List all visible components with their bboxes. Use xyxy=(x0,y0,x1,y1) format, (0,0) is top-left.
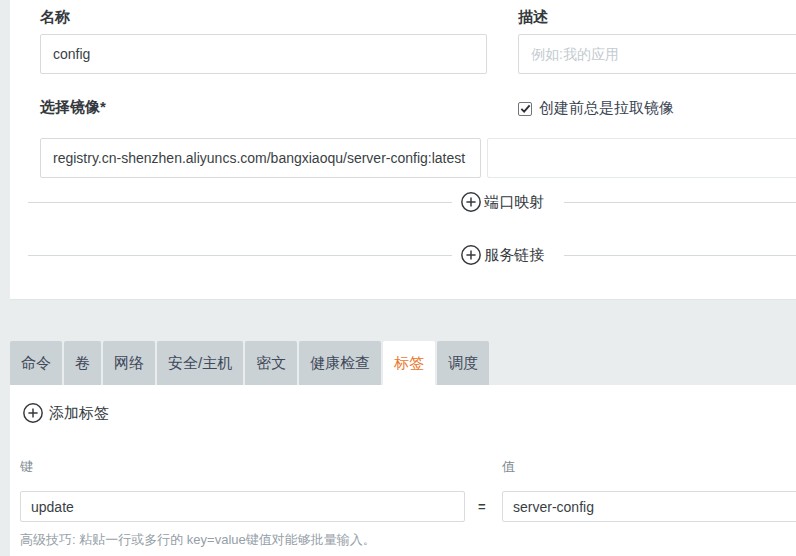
tab-secrets[interactable]: 密文 xyxy=(245,341,297,385)
name-input[interactable] xyxy=(40,34,487,74)
pull-image-checkbox-row: 创建前总是拉取镜像 xyxy=(518,99,674,118)
add-label-button-label: 添加标签 xyxy=(49,404,109,423)
tab-volumes[interactable]: 卷 xyxy=(64,341,101,385)
divider-line xyxy=(564,255,796,256)
add-service-link-button[interactable]: 服务链接 xyxy=(460,244,544,266)
tab-command[interactable]: 命令 xyxy=(10,341,62,385)
tab-scheduling[interactable]: 调度 xyxy=(437,341,489,385)
label-value-input[interactable] xyxy=(502,491,796,522)
add-port-mapping-button[interactable]: 端口映射 xyxy=(460,191,544,213)
divider-line xyxy=(28,255,452,256)
add-label-button[interactable]: 添加标签 xyxy=(22,402,109,424)
name-label: 名称 xyxy=(40,8,70,27)
label-key-input[interactable] xyxy=(20,491,465,522)
pull-image-checkbox[interactable] xyxy=(518,102,532,116)
plus-circle-icon xyxy=(460,244,482,266)
description-input[interactable] xyxy=(518,34,796,74)
image-secondary-input[interactable] xyxy=(487,138,796,178)
checkmark-icon xyxy=(520,103,531,114)
image-input[interactable] xyxy=(40,138,481,178)
settings-tab-bar: 命令 卷 网络 安全/主机 密文 健康检查 标签 调度 xyxy=(10,341,489,385)
equals-sign: = xyxy=(478,499,486,514)
value-label: 值 xyxy=(502,458,515,476)
divider-line xyxy=(28,202,452,203)
plus-circle-icon xyxy=(460,191,482,213)
port-mapping-label: 端口映射 xyxy=(484,193,544,212)
select-image-label: 选择镜像* xyxy=(40,98,106,117)
port-mapping-divider: 端口映射 xyxy=(28,190,796,214)
description-label: 描述 xyxy=(518,8,548,27)
service-link-divider: 服务链接 xyxy=(28,243,796,267)
service-link-label: 服务链接 xyxy=(484,246,544,265)
plus-circle-icon xyxy=(22,402,44,424)
container-form-panel: 名称 描述 选择镜像* 创建前总是拉取镜像 端口映射 xyxy=(10,0,796,300)
pull-image-checkbox-label: 创建前总是拉取镜像 xyxy=(539,99,674,118)
labels-tab-panel: 添加标签 键 值 = 高级技巧: 粘贴一行或多行的 key=value键值对能够… xyxy=(10,385,796,556)
tab-security-host[interactable]: 安全/主机 xyxy=(157,341,243,385)
bulk-input-hint: 高级技巧: 粘贴一行或多行的 key=value键值对能够批量输入。 xyxy=(20,531,376,549)
tab-network[interactable]: 网络 xyxy=(103,341,155,385)
tab-labels[interactable]: 标签 xyxy=(383,341,435,385)
key-label: 键 xyxy=(20,458,33,476)
tab-health-check[interactable]: 健康检查 xyxy=(299,341,381,385)
divider-line xyxy=(564,202,796,203)
